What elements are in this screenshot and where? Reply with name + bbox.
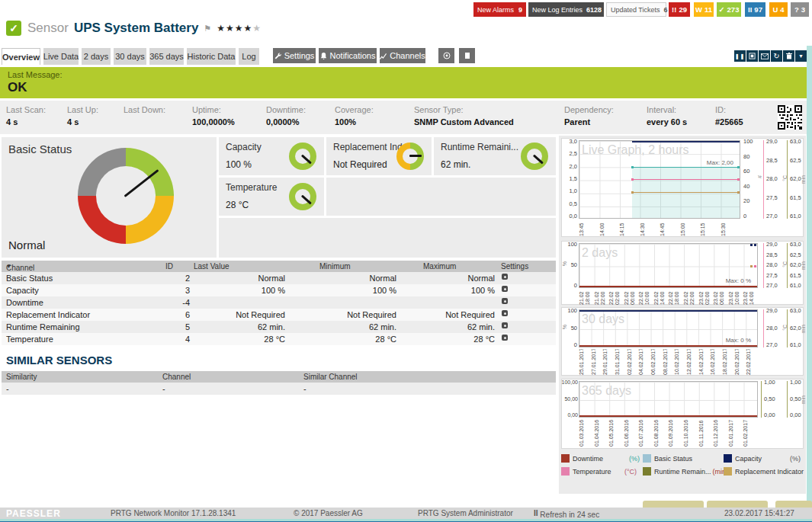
tab-365-days[interactable]: 365 days xyxy=(149,48,184,65)
channel-row-temperature[interactable]: Temperature428 °C28 °C28 °C xyxy=(2,333,556,345)
channel-row-basic-status[interactable]: Basic Status2NormalNormalNormal xyxy=(2,272,556,284)
tick-label: 50 xyxy=(571,262,577,268)
tick-label: 01.11.2016 xyxy=(698,419,714,447)
mini-panel-tab-2[interactable] xyxy=(707,501,768,508)
channel-row-replacement-indicator[interactable]: Replacement Indicator6Not RequiredNot Re… xyxy=(2,309,556,321)
col-minimum[interactable]: Minimum xyxy=(319,262,351,271)
delete-button[interactable] xyxy=(783,50,794,62)
tick-label: 22.02.2017 xyxy=(746,349,758,375)
channels-button[interactable]: Channels xyxy=(380,48,425,63)
gear-icon[interactable] xyxy=(502,322,508,328)
gear-icon[interactable] xyxy=(502,310,508,316)
2-days-graph-card[interactable]: 2 days % 100500 Max: 0 % 21.02 18:0021.0… xyxy=(561,241,804,305)
pause-sensor-button[interactable]: ❚❚ xyxy=(734,50,746,62)
tick-label: 22.02 14:00 xyxy=(653,290,669,305)
tab-30-days[interactable]: 30 days xyxy=(114,48,146,65)
mail-button[interactable] xyxy=(759,50,770,62)
2-days-title: 2 days xyxy=(582,246,618,260)
new-alarms-count: 9 xyxy=(518,6,522,14)
scrollbar[interactable] xyxy=(807,46,812,508)
new-log-count: 6128 xyxy=(586,6,602,14)
similar-table-header: Similarity Channel Similar Channel xyxy=(2,371,556,383)
priority-stars[interactable]: ★★★★★ xyxy=(217,23,262,34)
channel-row-runtime-remaining[interactable]: Runtime Remaining562 min.62 min.62 min. xyxy=(2,321,556,333)
empty-card xyxy=(326,178,556,216)
30-days-graph-card[interactable]: 30 days % 100500 Max: 0 % 25.01.201727.0… xyxy=(561,307,804,376)
tick-label: 61,0 xyxy=(790,213,801,219)
down-icon: !! xyxy=(672,5,676,14)
footer-version: PRTG Network Monitor 17.1.28.1341 xyxy=(111,509,236,517)
new-log-entries-button[interactable]: New Log Entries 6128 xyxy=(528,2,604,17)
notifications-button[interactable]: Notifications xyxy=(319,48,377,63)
capacity-gauge-card: Capacity 100 % xyxy=(219,137,324,175)
mini-panel-tab-3[interactable] xyxy=(775,501,812,508)
channel-minimum: 62 min. xyxy=(305,322,396,331)
check-icon: ✓ xyxy=(719,5,725,14)
channel-id: 3 xyxy=(165,286,190,295)
qr-code xyxy=(778,105,802,130)
col-settings[interactable]: Settings xyxy=(501,262,528,271)
legend-basic-status: Basic Status xyxy=(643,454,692,463)
mini-panel-tab[interactable] xyxy=(643,501,704,508)
tick-label: 15:00 xyxy=(680,220,701,236)
chart-icon xyxy=(380,53,387,59)
col-maximum[interactable]: Maximum xyxy=(423,262,456,271)
updated-tickets-button[interactable]: Updated Tickets 6 xyxy=(606,2,666,17)
tick-label: 14:45 xyxy=(660,220,680,236)
unknown-sensors-badge[interactable]: ?3 xyxy=(791,2,809,17)
tick-label: 100 xyxy=(567,242,577,248)
channel-last-value: Normal xyxy=(194,274,285,283)
channel-maximum: Normal xyxy=(402,274,495,283)
footer-refresh[interactable]: II Refresh in 24 sec xyxy=(534,509,540,517)
live-graph-title: Live Graph, 2 hours xyxy=(582,143,689,157)
new-alarms-button[interactable]: New Alarms 9 xyxy=(473,2,526,17)
unusual-sensors-badge[interactable]: U4 xyxy=(769,2,788,17)
more-menu-button[interactable]: ▼ xyxy=(795,50,807,62)
tab-log[interactable]: Log xyxy=(239,48,259,65)
channel-row-capacity[interactable]: Capacity3100 %100 %100 % xyxy=(2,284,556,296)
channel-last-value: Not Required xyxy=(194,310,285,319)
tick-label: 31.01.2017 xyxy=(615,349,627,375)
tick-label: 06.02.2017 xyxy=(650,349,663,375)
downtime-line-30d xyxy=(579,345,757,347)
footer: PAESSLER PRTG Network Monitor 17.1.28.13… xyxy=(0,508,812,519)
tick-label: 18.02.2017 xyxy=(722,349,734,375)
panel-button[interactable] xyxy=(459,48,475,63)
paessler-logo[interactable]: PAESSLER xyxy=(6,508,61,519)
tick-label: 27,5 xyxy=(766,195,778,201)
window-button[interactable] xyxy=(746,50,758,62)
settings-button[interactable]: Settings xyxy=(273,48,316,63)
last-message-bar: Last Message: OK xyxy=(0,67,808,98)
tick-label: 27,5 xyxy=(766,273,778,279)
col-id[interactable]: ID xyxy=(165,262,173,271)
refresh-button[interactable]: ↻ xyxy=(771,50,782,62)
gear-icon[interactable] xyxy=(502,286,508,292)
tick-label: 27,0 xyxy=(766,213,778,219)
capacity-gauge xyxy=(289,143,316,170)
col-last-value[interactable]: Last Value xyxy=(194,262,229,271)
down-sensors-badge[interactable]: !!29 xyxy=(669,2,690,17)
flag-icon[interactable]: ⚑ xyxy=(204,24,211,34)
up-sensors-badge[interactable]: ✓273 xyxy=(717,2,741,17)
gear-icon[interactable] xyxy=(502,298,508,304)
tab-2-days[interactable]: 2 days xyxy=(82,48,111,65)
live-graph-card[interactable]: Live Graph, 2 hours 3,02,52,01,51,00,50,… xyxy=(561,138,804,237)
warning-sensors-badge[interactable]: W11 xyxy=(694,2,714,17)
gear-icon[interactable] xyxy=(502,335,508,341)
tick-label: 1,5 xyxy=(570,176,577,182)
mobile-button[interactable] xyxy=(438,48,454,63)
channel-row-downtime[interactable]: Downtime-4 xyxy=(2,296,556,309)
tick-label: 27,0 xyxy=(766,283,778,289)
gear-icon[interactable] xyxy=(502,274,508,280)
tab-live-data[interactable]: Live Data xyxy=(43,48,79,65)
refresh-icon: ↻ xyxy=(773,52,779,60)
page-title: UPS System Battery xyxy=(74,21,198,36)
tick-label: 63,0 xyxy=(790,308,801,314)
tick-label: 16.02.2017 xyxy=(710,349,722,375)
warning-icon: W xyxy=(695,5,702,14)
channel-maximum: 62 min. xyxy=(402,322,495,331)
tab-historic-data[interactable]: Historic Data xyxy=(187,48,236,65)
365-days-graph-card[interactable]: 365 days 100,0050,000,00 01.03.201601.04… xyxy=(561,379,804,449)
paused-sensors-badge[interactable]: II97 xyxy=(745,2,765,17)
tab-overview[interactable]: Overview xyxy=(2,48,40,65)
